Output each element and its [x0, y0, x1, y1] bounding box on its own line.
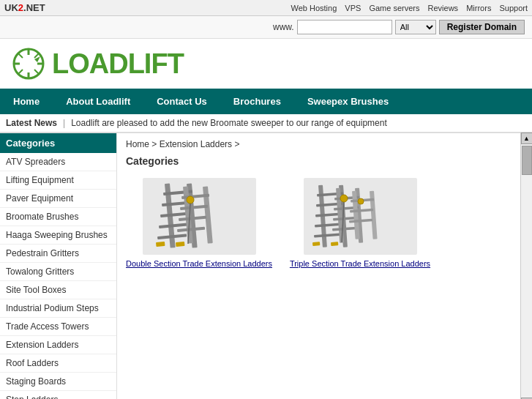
nav-contact[interactable]: Contact Us: [143, 89, 220, 114]
logo: LOADLIFT: [11, 46, 184, 81]
svg-line-6: [18, 53, 23, 58]
product-image-double: [141, 176, 258, 256]
news-separator: |: [63, 118, 65, 128]
svg-line-7: [18, 70, 23, 74]
sidebar-item-atv-spreaders[interactable]: ATV Spreaders: [0, 153, 116, 171]
sidebar-item-paver[interactable]: Paver Equipment: [0, 190, 116, 208]
breadcrumb-home[interactable]: Home: [126, 139, 149, 149]
site-logo: UK2.NET: [4, 2, 45, 13]
scroll-thumb[interactable]: [522, 146, 532, 175]
svg-rect-26: [176, 241, 184, 246]
svg-point-23: [187, 196, 194, 204]
svg-rect-25: [156, 241, 165, 246]
sidebar-item-roof-ladders[interactable]: Roof Ladders: [0, 354, 116, 373]
breadcrumb: Home > Extension Ladders >: [126, 139, 512, 149]
support-link[interactable]: Support: [499, 4, 528, 12]
product-item-triple: Triple Section Trade Extension Ladders: [287, 176, 433, 268]
sidebar-title: Categories: [0, 133, 116, 153]
nav-sweepex[interactable]: Sweepex Brushes: [294, 89, 402, 114]
breadcrumb-section[interactable]: Extension Ladders: [160, 139, 232, 149]
product-image-triple: [301, 176, 419, 256]
svg-point-47: [358, 198, 364, 204]
topbar-links: Web Hosting VPS Game servers Reviews Mir…: [285, 4, 528, 12]
content-title: Categories: [126, 155, 512, 167]
scroll-up-arrow[interactable]: ▲: [521, 133, 533, 144]
domain-input[interactable]: [297, 20, 392, 34]
sidebar-item-broomate[interactable]: Broomate Brushes: [0, 208, 116, 226]
product-link-triple[interactable]: Triple Section Trade Extension Ladders: [290, 259, 430, 268]
sidebar-item-towalong[interactable]: Towalong Gritters: [0, 263, 116, 281]
news-label: Latest News: [6, 118, 57, 128]
logo-area: LOADLIFT: [0, 39, 532, 89]
sidebar: Categories ATV Spreaders Lifting Equipme…: [0, 133, 117, 399]
svg-point-46: [340, 195, 348, 202]
domain-select[interactable]: All .com .co.uk .net .org: [395, 20, 436, 34]
mirrors-link[interactable]: Mirrors: [466, 4, 491, 12]
ladder-svg-triple: [304, 178, 417, 255]
sidebar-item-industrial-podium[interactable]: Industrial Podium Steps: [0, 299, 116, 318]
content-area: Home > Extension Ladders > Categories: [117, 133, 520, 399]
news-bar: Latest News | Loadlift are pleased to ad…: [0, 114, 532, 133]
breadcrumb-sep2: >: [234, 139, 239, 149]
sidebar-item-extension-ladders[interactable]: Extension Ladders: [0, 336, 116, 354]
topbar: UK2.NET Web Hosting VPS Game servers Rev…: [0, 0, 532, 16]
webhosting-link[interactable]: Web Hosting: [291, 4, 337, 12]
register-domain-button[interactable]: Register Domain: [439, 20, 525, 34]
sidebar-item-haaga[interactable]: Haaga Sweeping Brushes: [0, 226, 116, 245]
nav-about[interactable]: About Loadlift: [53, 89, 143, 114]
product-grid: Double Section Trade Extension Ladders: [126, 176, 512, 268]
sidebar-item-site-tool-boxes[interactable]: Site Tool Boxes: [0, 281, 116, 299]
domain-bar: www. All .com .co.uk .net .org Register …: [0, 16, 532, 39]
ladder-svg-double: [143, 178, 256, 255]
logo-name: LOADLIFT: [52, 48, 184, 80]
sidebar-item-staging-boards[interactable]: Staging Boards: [0, 373, 116, 391]
news-text: Loadlift are pleased to add the new Broo…: [71, 118, 387, 128]
gameservers-link[interactable]: Game servers: [369, 4, 419, 12]
svg-line-5: [34, 53, 39, 58]
logo-icon: [11, 46, 46, 81]
www-label: www.: [273, 22, 294, 32]
sidebar-item-step-ladders[interactable]: Step Ladders: [0, 391, 116, 399]
nav-home[interactable]: Home: [0, 89, 53, 114]
sidebar-item-trade-access[interactable]: Trade Access Towers: [0, 318, 116, 336]
product-item-double: Double Section Trade Extension Ladders: [126, 176, 272, 268]
reviews-link[interactable]: Reviews: [428, 4, 459, 12]
vps-link[interactable]: VPS: [345, 4, 361, 12]
navbar: Home About Loadlift Contact Us Brochures…: [0, 89, 532, 114]
breadcrumb-sep1: >: [151, 139, 159, 149]
right-scrollbar: ▲ ▼: [520, 133, 532, 399]
svg-rect-49: [312, 242, 320, 246]
svg-rect-50: [331, 242, 338, 246]
sidebar-item-lifting[interactable]: Lifting Equipment: [0, 171, 116, 190]
nav-brochures[interactable]: Brochures: [220, 89, 294, 114]
product-link-double[interactable]: Double Section Trade Extension Ladders: [126, 259, 272, 268]
svg-line-8: [34, 70, 39, 74]
sidebar-item-pedestrain[interactable]: Pedestrain Gritters: [0, 245, 116, 263]
